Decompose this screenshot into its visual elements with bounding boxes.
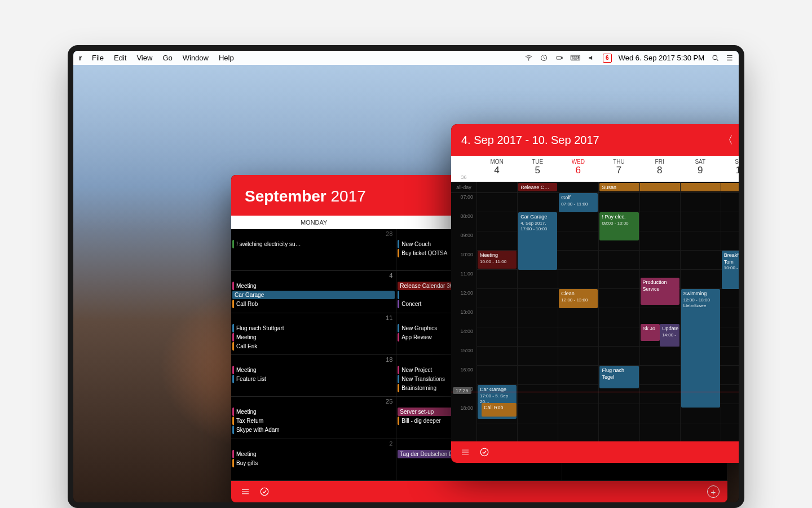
menu-help[interactable]: Help <box>219 54 234 62</box>
event-pill[interactable]: Tax Return <box>232 417 395 425</box>
timemachine-icon[interactable] <box>540 54 548 62</box>
timeline-event[interactable]: Breakfast with Tom10:00 - 12:00 <box>722 251 744 289</box>
week-day-sun[interactable]: SUN10 <box>721 156 744 182</box>
timeline-event[interactable]: Sk Jo <box>641 324 660 341</box>
allday-cell[interactable] <box>639 182 680 192</box>
day-cell[interactable]: 18MeetingFeature List <box>231 355 396 397</box>
day-number: 25 <box>386 398 392 405</box>
event-pill[interactable]: Car Garage <box>232 291 395 299</box>
tasks-button[interactable] <box>258 485 271 498</box>
add-event-button[interactable]: + <box>741 446 744 458</box>
timeline-column[interactable]: Breakfast with Tom10:00 - 12:00 <box>721 193 744 441</box>
allday-cell[interactable]: Susan <box>598 182 639 192</box>
day-number: 2 <box>389 440 392 447</box>
battery-icon[interactable] <box>555 54 563 62</box>
svg-point-6 <box>480 448 488 456</box>
allday-cell[interactable]: Release C… <box>517 182 558 192</box>
day-cell[interactable]: 4MeetingCar GarageCall Rob <box>231 271 396 313</box>
week-day-fri[interactable]: FRI8 <box>639 156 680 182</box>
menu-file[interactable]: File <box>92 54 104 62</box>
spotlight-icon[interactable] <box>711 54 720 62</box>
menu-edit[interactable]: Edit <box>114 54 126 62</box>
week-header: 4. Sep 2017 - 10. Sep 2017 〈 〉 <box>451 124 744 156</box>
week-title: 4. Sep 2017 - 10. Sep 2017 <box>461 134 599 147</box>
event-pill[interactable]: Call Erik <box>232 342 395 351</box>
allday-label: all-day <box>451 182 476 192</box>
keyboard-icon[interactable]: ⌨︎ <box>570 54 581 62</box>
timeline-event[interactable]: Production Service <box>641 278 679 305</box>
event-pill[interactable]: ! switching electricity su… <box>232 240 395 248</box>
timeline-column[interactable]: Production ServiceSk JoUpdate14:00 - <box>639 193 680 441</box>
event-pill[interactable]: Meeting <box>232 450 395 458</box>
timeline-event[interactable]: ! Pay elec.08:00 - 10:00 <box>599 212 638 240</box>
event-pill[interactable]: Meeting <box>232 366 395 374</box>
timeline-event[interactable]: Swimming12:00 - 18:00 Liebnitzsee <box>681 289 720 408</box>
list-view-button[interactable] <box>239 485 251 498</box>
event-pill[interactable]: Flug nach Stuttgart <box>232 324 395 332</box>
volume-icon[interactable] <box>588 54 596 62</box>
week-day-mon[interactable]: MON4 <box>476 156 517 182</box>
now-time: 17:25 <box>453 387 471 394</box>
event-pill[interactable]: Meeting <box>232 282 395 290</box>
timeline-event[interactable]: Clean12:00 - 13:00 <box>559 289 598 308</box>
day-cell[interactable]: 25MeetingTax ReturnSkype with Adam <box>231 397 396 439</box>
timeline-event[interactable]: Flug nach Tegel <box>599 366 638 388</box>
allday-cell[interactable] <box>558 182 598 192</box>
week-day-tue[interactable]: TUE5 <box>517 156 558 182</box>
wifi-icon[interactable] <box>524 54 533 62</box>
app-name-truncated: r <box>79 54 82 62</box>
desktop-wallpaper: r FileEditViewGoWindowHelp ⌨︎ 6 Wed 6. S… <box>73 51 739 502</box>
notification-center-icon[interactable]: ☰ <box>726 54 733 62</box>
timeline-column[interactable]: Golf07:00 - 11:00Clean12:00 - 13:00 <box>558 193 598 441</box>
event-pill[interactable]: Skype with Adam <box>232 426 395 434</box>
day-cell[interactable]: 11Flug nach StuttgartMeetingCall Erik <box>231 313 396 355</box>
svg-rect-2 <box>557 56 561 59</box>
day-cell[interactable]: 2MeetingBuy gifts <box>231 439 396 481</box>
month-toolbar: + <box>231 481 727 502</box>
week-day-thu[interactable]: THU7 <box>598 156 639 182</box>
event-pill[interactable]: Call Rob <box>232 300 395 308</box>
week-day-sat[interactable]: SAT9 <box>680 156 721 182</box>
week-popover: 4. Sep 2017 - 10. Sep 2017 〈 〉 36MON4TUE… <box>451 124 744 463</box>
timeline-event[interactable]: Car Garage4. Sep 2017, 17:00 - 10:00 <box>518 212 557 270</box>
timeline-event[interactable]: Meeting10:00 - 11:00 <box>478 251 517 269</box>
week-day-wed[interactable]: WED6 <box>558 156 598 182</box>
menu-view[interactable]: View <box>136 54 152 62</box>
now-indicator: 17:25 <box>451 392 744 392</box>
timeline-event[interactable]: Golf07:00 - 11:00 <box>559 193 598 212</box>
menubar-clock[interactable]: Wed 6. Sep 2017 5:30 PM <box>619 54 704 62</box>
hour-gutter: 07:0008:0009:0010:0011:0012:0013:0014:00… <box>451 193 476 441</box>
next-week-button[interactable]: 〉 <box>741 133 744 147</box>
list-view-button[interactable] <box>459 446 471 458</box>
timeline-event[interactable]: Update14:00 - <box>660 324 679 347</box>
prev-week-button[interactable]: 〈 <box>723 133 733 147</box>
day-cell[interactable]: 28! switching electricity su… <box>231 229 396 271</box>
timeline-column[interactable]: Meeting10:00 - 11:00Car Garage17:00 - 5.… <box>476 193 517 441</box>
allday-row: all-dayRelease C…Susan <box>451 182 744 193</box>
allday-cell[interactable] <box>680 182 721 192</box>
event-pill[interactable]: Meeting <box>232 408 395 416</box>
week-timeline[interactable]: 07:0008:0009:0010:0011:0012:0013:0014:00… <box>451 193 744 441</box>
week-toolbar: + <box>451 441 744 463</box>
allday-cell[interactable] <box>721 182 744 192</box>
menu-window[interactable]: Window <box>183 54 209 62</box>
event-pill[interactable]: Meeting <box>232 333 395 341</box>
day-number: 4 <box>389 272 392 279</box>
event-pill[interactable]: Feature List <box>232 375 395 383</box>
timeline-column[interactable]: ! Pay elec.08:00 - 10:00Flug nach Tegel <box>598 193 639 441</box>
laptop-frame: r FileEditViewGoWindowHelp ⌨︎ 6 Wed 6. S… <box>68 45 744 508</box>
allday-cell[interactable] <box>476 182 517 192</box>
allday-event[interactable]: Release C… <box>518 183 557 191</box>
add-event-button[interactable]: + <box>707 485 720 498</box>
svg-point-4 <box>713 55 717 60</box>
svg-point-0 <box>528 60 529 60</box>
macos-menubar: r FileEditViewGoWindowHelp ⌨︎ 6 Wed 6. S… <box>73 51 739 65</box>
timeline-event[interactable]: Call Rob <box>482 403 517 417</box>
event-pill[interactable]: Buy gifts <box>232 459 395 467</box>
menu-go[interactable]: Go <box>162 54 172 62</box>
timeline-column[interactable]: Swimming12:00 - 18:00 Liebnitzsee <box>680 193 721 441</box>
timeline-column[interactable]: Car Garage4. Sep 2017, 17:00 - 10:00 <box>517 193 558 441</box>
menubar-calendar-icon[interactable]: 6 <box>603 54 612 63</box>
tasks-button[interactable] <box>478 446 491 458</box>
month-header-monday: MONDAY <box>231 216 396 229</box>
